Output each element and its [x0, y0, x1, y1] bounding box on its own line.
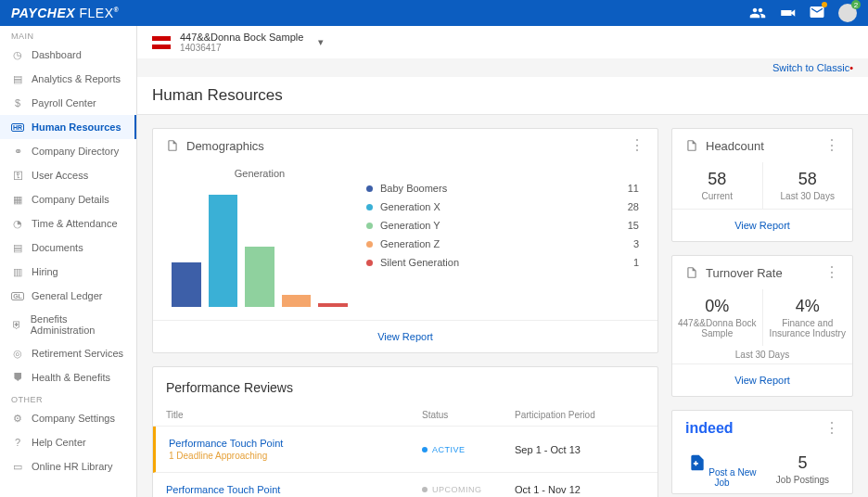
account-dropdown[interactable]: ▾ [318, 36, 324, 48]
more-menu[interactable]: ⋮ [824, 265, 839, 280]
piggy-icon: ◎ [11, 347, 24, 360]
perf-title-link[interactable]: Performance Touch Point [166, 484, 422, 495]
sidebar-item-time-attendance[interactable]: ◔Time & Attendance [0, 211, 136, 236]
page-title-bar: Human Resources [137, 77, 868, 115]
sidebar-item-label: Documents [32, 242, 83, 253]
bar-generation-x [209, 195, 238, 307]
sidebar-item-health-benefits[interactable]: ⛊Health & Benefits [0, 365, 136, 389]
legend-row: Baby Boomers11 [366, 183, 639, 194]
user-avatar[interactable]: 2 [838, 4, 857, 22]
card-title: Headcount [706, 139, 764, 153]
active-flag-icon [152, 36, 171, 49]
sidebar-item-label: Company Directory [32, 146, 119, 157]
people-icon: ⚭ [11, 145, 24, 158]
page-title: Human Resources [152, 86, 853, 105]
sidebar-item-hiring[interactable]: ▥Hiring [0, 260, 136, 284]
sidebar-item-label: Dashboard [32, 49, 82, 60]
sidebar-item-label: General Ledger [32, 290, 102, 301]
document-icon [685, 266, 698, 279]
demographics-card: Demographics ⋮ Generation Baby Boomers11… [152, 128, 658, 353]
sidebar-section-main: MAIN [0, 26, 136, 43]
sidebar-item-label: Time & Attendance [32, 218, 118, 229]
legend-label: Baby Boomers [380, 183, 620, 194]
headcount-last: 58 [767, 170, 849, 189]
people-icon[interactable] [749, 5, 766, 21]
sidebar-item-label: Analytics & Reports [32, 73, 121, 84]
sidebar-item-label: Human Resources [32, 121, 121, 133]
sidebar-item-benefits-administration[interactable]: ⛨Benefits Administration [0, 308, 136, 341]
clock-icon: ◔ [11, 217, 24, 230]
job-postings-stat[interactable]: 5 Job Postings [762, 453, 843, 488]
legend-dot [366, 241, 373, 248]
sidebar-item-label: Online HR Library [32, 461, 112, 472]
turnover-industry: 4% [767, 297, 849, 316]
sidebar-item-analytics-reports[interactable]: ▤Analytics & Reports [0, 67, 136, 91]
sidebar-item-retirement-services[interactable]: ◎Retirement Services [0, 341, 136, 365]
sidebar-item-dashboard[interactable]: ◷Dashboard [0, 43, 136, 67]
sidebar-item-company-directory[interactable]: ⚭Company Directory [0, 139, 136, 163]
perf-row[interactable]: Performance Touch Point1 Deadline Approa… [153, 427, 657, 473]
sidebar-item-online-hr-library[interactable]: ▭Online HR Library [0, 454, 136, 478]
megaphone-icon[interactable] [779, 5, 796, 21]
post-job-button[interactable]: Post a New Job [682, 453, 762, 488]
sidebar-item-company-details[interactable]: ▦Company Details [0, 187, 136, 211]
legend-value: 15 [628, 220, 639, 231]
legend-dot [366, 223, 373, 229]
gl-icon: GL [11, 289, 24, 302]
indeed-card: indeed ⋮ Post a New Job 5 Job Postings [671, 410, 853, 494]
sidebar-item-help-center[interactable]: ?Help Center [0, 430, 136, 454]
bar-silent-generation [318, 303, 348, 307]
switch-classic-link[interactable]: Switch to Classic [772, 62, 849, 73]
hr-icon: HR [11, 121, 24, 134]
turnover-card: Turnover Rate ⋮ 0%447&&Donna Bock Sample… [671, 255, 853, 397]
card-title: Demographics [186, 139, 264, 153]
perf-deadline: 1 Deadline Approaching [169, 451, 422, 461]
account-name: 447&&Donna Bock Sample [180, 32, 303, 43]
document-icon [166, 139, 179, 152]
legend-row: Generation Z3 [366, 238, 639, 249]
perf-status: UPCOMING [422, 485, 515, 494]
view-report-link[interactable]: View Report [734, 375, 790, 386]
col-status: Status [422, 410, 515, 420]
legend-row: Generation Y15 [366, 220, 639, 231]
perf-row[interactable]: Performance Touch PointUPCOMINGOct 1 - N… [153, 473, 657, 497]
sidebar-item-documents[interactable]: ▤Documents [0, 236, 136, 260]
more-menu[interactable]: ⋮ [630, 138, 645, 153]
help-icon: ? [11, 436, 24, 449]
legend-value: 1 [633, 257, 639, 268]
chart-icon: ▤ [11, 72, 24, 85]
sidebar-item-label: Help Center [32, 437, 86, 448]
legend-label: Generation Y [380, 220, 620, 231]
turnover-caption: Last 30 Days [672, 346, 852, 363]
legend-label: Generation X [380, 201, 620, 212]
brand-name: PAYCHEX [11, 6, 75, 20]
clipboard-icon: ▥ [11, 265, 24, 278]
shield-icon: ⛨ [11, 318, 23, 331]
headcount-card: Headcount ⋮ 58Current 58Last 30 Days Vie… [671, 128, 853, 242]
more-menu[interactable]: ⋮ [824, 421, 839, 436]
gear-icon: ⚙ [11, 412, 24, 425]
legend-value: 11 [628, 183, 639, 194]
sidebar-item-general-ledger[interactable]: GLGeneral Ledger [0, 284, 136, 308]
view-report-link[interactable]: View Report [377, 331, 433, 342]
sidebar-item-label: Company Settings [32, 413, 115, 424]
brand-suffix: FLEX [80, 6, 114, 20]
view-report-link[interactable]: View Report [734, 220, 790, 231]
perf-period: Sep 1 - Oct 13 [515, 444, 645, 455]
sidebar-item-payroll-center[interactable]: $Payroll Center [0, 91, 136, 115]
perf-title-link[interactable]: Performance Touch Point [169, 438, 422, 449]
header-icons: 2 [749, 4, 857, 23]
building-icon: ▦ [11, 193, 24, 206]
shield2-icon: ⛊ [11, 371, 24, 384]
post-job-icon [688, 453, 707, 472]
brand-logo: PAYCHEX FLEX® [11, 6, 119, 20]
more-menu[interactable]: ⋮ [824, 138, 839, 153]
sidebar-item-user-access[interactable]: ⚿User Access [0, 163, 136, 187]
legend-dot [366, 260, 373, 266]
mail-button[interactable] [809, 4, 825, 23]
notification-dot [822, 2, 827, 7]
sidebar-item-human-resources[interactable]: HRHuman Resources [0, 115, 136, 139]
sidebar-item-company-settings[interactable]: ⚙Company Settings [0, 406, 136, 430]
legend-dot [366, 185, 373, 192]
perf-status: ACTIVE [422, 445, 515, 454]
